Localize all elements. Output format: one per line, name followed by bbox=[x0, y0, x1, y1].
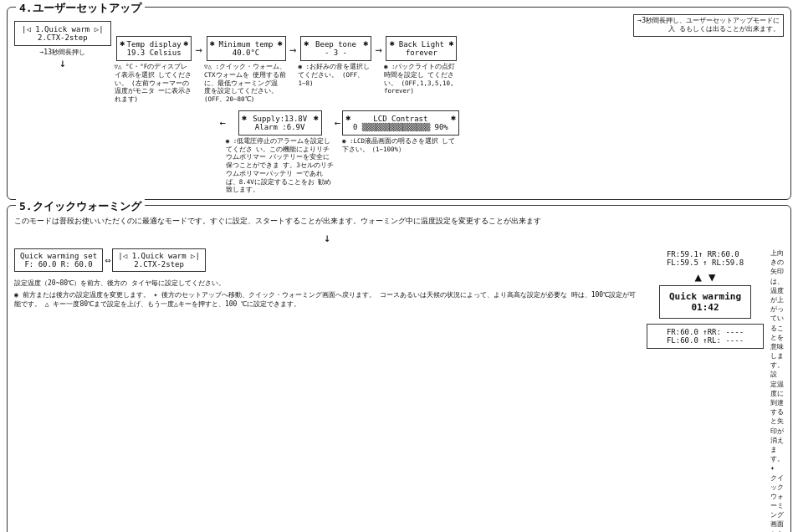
sec5-fr-box: FR:59.1↑ RR:60.0 FL:59.5 ↑ RL:59.8 bbox=[663, 248, 747, 269]
sec4-box7-col: ✱ LCD Contrast ✱ 0 ▒▒▒▒▒▒▒▒▒▒▒▒▒▒▒ 90% ◉… bbox=[342, 110, 459, 154]
sec4-box6: ✱ Supply:13.8V ✱ Alarm :6.9V bbox=[238, 110, 322, 136]
sec4-box4: ✱ Beep tone ✱ - 3 - bbox=[300, 36, 371, 61]
sec4-box1-col: |◁ 1.Quick warm ▷| 2.CTX-2step →13秒間長押し … bbox=[14, 21, 111, 69]
sec4-box6-col: ✱ Supply:13.8V ✱ Alarm :6.9V ◉ :低電圧停止のアラ… bbox=[226, 110, 335, 194]
sec4-note7: ◉ :LCD液晶画面の明るさを選択 して下さい。（1~100%） bbox=[342, 137, 459, 154]
section5-title: 5.クイックウォーミング bbox=[16, 199, 145, 214]
sec5-note-set: 設定温度（20~80℃）を前方、後方の タイヤ毎に設定してください。 bbox=[14, 279, 640, 288]
sec4-note5: ◉ :バックライトの点灯時間を設定し てください。 (OFF,1,3,5,10,… bbox=[384, 63, 459, 95]
sec5-main: ↓ Quick warming set F: 60.0 R: 60.0 ⇔ |◁… bbox=[14, 232, 784, 532]
arrow3: → bbox=[373, 43, 383, 56]
sec5-center: FR:59.1↑ RR:60.0 FL:59.5 ↑ RL:59.8 ▲ ▼ Q… bbox=[647, 248, 764, 532]
sec5-left: ↓ Quick warming set F: 60.0 R: 60.0 ⇔ |◁… bbox=[14, 232, 640, 532]
sec5-ud-arrows: ▲ ▼ bbox=[695, 270, 716, 284]
sec5-result-box: FR:60.0 ↑RR: ---- FL:60.0 ↑RL: ---- bbox=[647, 324, 764, 349]
arrow1: → bbox=[194, 43, 204, 56]
sec4-down-arrow: ↓ bbox=[59, 57, 66, 69]
sec5-qws-box: Quick warming set F: 60.0 R: 60.0 bbox=[14, 248, 103, 272]
sec4-box3-col: ✱ Minimum temp ✱ 40.0°C ▽△ :クイック・ウォーム、CT… bbox=[204, 36, 288, 104]
sec5-flow-row: Quick warming set F: 60.0 R: 60.0 ⇔ |◁ 1… bbox=[14, 248, 640, 272]
sec4-note6: ◉ :低電圧停止のアラームを設定してくださ い。この機能によりリチウムポリマー … bbox=[226, 137, 335, 194]
sec5-description: このモードは普段お使いいただくのに最適なモードです。すぐに設定、スタートすること… bbox=[14, 216, 784, 227]
sec4-note3: ▽△ :クイック・ウォーム、CTXウォームを 使用する前に、最低ウォーミング温 … bbox=[204, 63, 288, 104]
sec4-box5-col: ✱ Back Light ✱ forever ◉ :バックライトの点灯時間を設定… bbox=[384, 36, 459, 95]
sec5-note-da: ◉ 前方または後方の設定温度を変更します。 ✦ 後方のセットアップへ移動、クイッ… bbox=[14, 290, 640, 309]
section4-top-note: →3秒間長押し、ユーザーセットアップモードに入 るもしくは出ることが出来ます。 bbox=[633, 14, 784, 37]
sec5-notes-left: 設定温度（20~80℃）を前方、後方の タイヤ毎に設定してください。 ◉ 前方ま… bbox=[14, 279, 640, 309]
section4: 4.ユーザーセットアップ →3秒間長押し、ユーザーセットアップモードに入 るもし… bbox=[7, 7, 791, 200]
sec5-note-right1: 上向きの矢印は、温度が上がっていることを意味します。設 定温度に到達すると矢印が… bbox=[770, 248, 784, 532]
sec4-box7: ✱ LCD Contrast ✱ 0 ▒▒▒▒▒▒▒▒▒▒▒▒▒▒▒ 90% bbox=[342, 110, 459, 136]
sec5-qwarm-box: Quick warming 01:42 bbox=[659, 285, 751, 319]
sec4-box3: ✱ Minimum temp ✱ 40.0°C bbox=[207, 36, 286, 61]
sec4-box2-col: ✱ Temp display ✱ 19.3 Celsius ▽△ °C・°Fのデ… bbox=[115, 36, 194, 104]
sec4-box5: ✱ Back Light ✱ forever bbox=[386, 36, 457, 61]
page: 4.ユーザーセットアップ →3秒間長押し、ユーザーセットアップモードに入 るもし… bbox=[0, 0, 798, 532]
arrow2: → bbox=[288, 43, 298, 56]
sec4-box4-col: ✱ Beep tone ✱ - 3 - ◉ :お好みの音を選択してください。 (… bbox=[298, 36, 373, 87]
section4-title: 4.ユーザーセットアップ bbox=[16, 1, 145, 16]
sec5-down-arrow: ↓ bbox=[324, 232, 330, 243]
sec4-box2: ✱ Temp display ✱ 19.3 Celsius bbox=[116, 36, 192, 61]
sec4-note4: ◉ :お好みの音を選択してください。 (OFF、1~8) bbox=[298, 63, 373, 87]
sec5-qw-box: |◁ 1.Quick warm ▷| 2.CTX-2step bbox=[112, 248, 206, 272]
sec4-note2: ▽△ °C・°Fのディスプレイ表示を選択 してください。 (左前ウォーマーの温度… bbox=[115, 63, 194, 104]
sec5-right: 上向きの矢印は、温度が上がっていることを意味します。設 定温度に到達すると矢印が… bbox=[770, 248, 784, 532]
sec4-box1: |◁ 1.Quick warm ▷| 2.CTX-2step bbox=[14, 21, 111, 46]
section5: 5.クイックウォーミング このモードは普段お使いいただくのに最適なモードです。す… bbox=[7, 205, 791, 532]
